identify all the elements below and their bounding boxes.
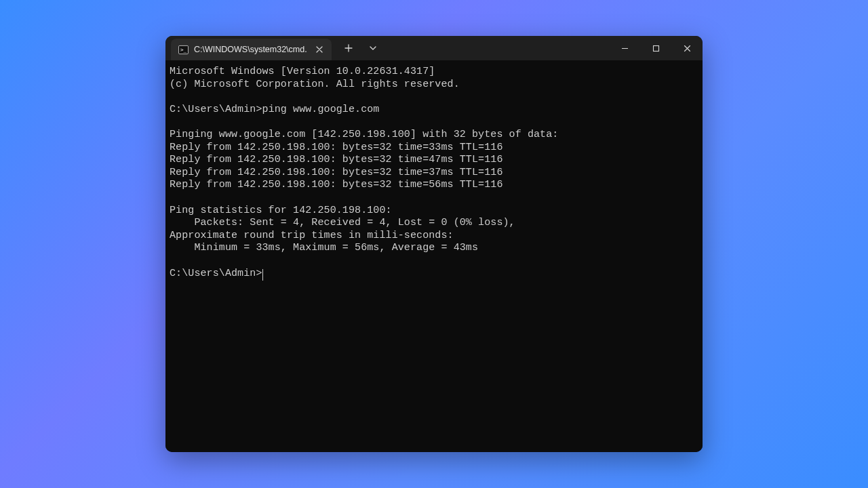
terminal-output[interactable]: Microsoft Windows [Version 10.0.22631.43…: [165, 60, 703, 452]
output-line: Approximate round trip times in milli-se…: [170, 230, 454, 241]
svg-rect-2: [653, 45, 658, 51]
cursor: [262, 269, 264, 281]
command-text: ping www.google.com: [262, 104, 380, 115]
output-line: Reply from 142.250.198.100: bytes=32 tim…: [170, 179, 502, 190]
prompt: C:\Users\Admin>: [170, 104, 262, 115]
window-controls: [609, 36, 703, 60]
output-line: Pinging www.google.com [142.250.198.100]…: [170, 129, 558, 140]
titlebar-drag-region[interactable]: [384, 36, 609, 60]
tabbar-actions: [332, 36, 384, 60]
output-line: Ping statistics for 142.250.198.100:: [170, 205, 392, 216]
output-line: Reply from 142.250.198.100: bytes=32 tim…: [170, 154, 502, 165]
tab-cmd[interactable]: >_ C:\WINDOWS\system32\cmd.: [171, 39, 332, 60]
close-button[interactable]: [671, 36, 703, 60]
output-line: Reply from 142.250.198.100: bytes=32 tim…: [170, 142, 502, 153]
svg-text:>_: >_: [180, 46, 187, 52]
output-line: Minimum = 33ms, Maximum = 56ms, Average …: [170, 242, 478, 253]
titlebar[interactable]: >_ C:\WINDOWS\system32\cmd.: [165, 36, 703, 60]
minimize-button[interactable]: [609, 36, 640, 60]
banner-line: Microsoft Windows [Version 10.0.22631.43…: [170, 66, 435, 77]
banner-line: (c) Microsoft Corporation. All rights re…: [170, 79, 460, 90]
tab-dropdown-button[interactable]: [361, 36, 384, 60]
tab-close-button[interactable]: [313, 43, 326, 56]
output-line: Packets: Sent = 4, Received = 4, Lost = …: [170, 217, 515, 228]
terminal-window: >_ C:\WINDOWS\system32\cmd.: [165, 36, 703, 452]
new-tab-button[interactable]: [337, 36, 360, 60]
maximize-button[interactable]: [640, 36, 671, 60]
cmd-icon: >_: [178, 44, 189, 55]
tab-title: C:\WINDOWS\system32\cmd.: [194, 45, 307, 54]
prompt: C:\Users\Admin>: [170, 268, 262, 279]
output-line: Reply from 142.250.198.100: bytes=32 tim…: [170, 167, 502, 178]
